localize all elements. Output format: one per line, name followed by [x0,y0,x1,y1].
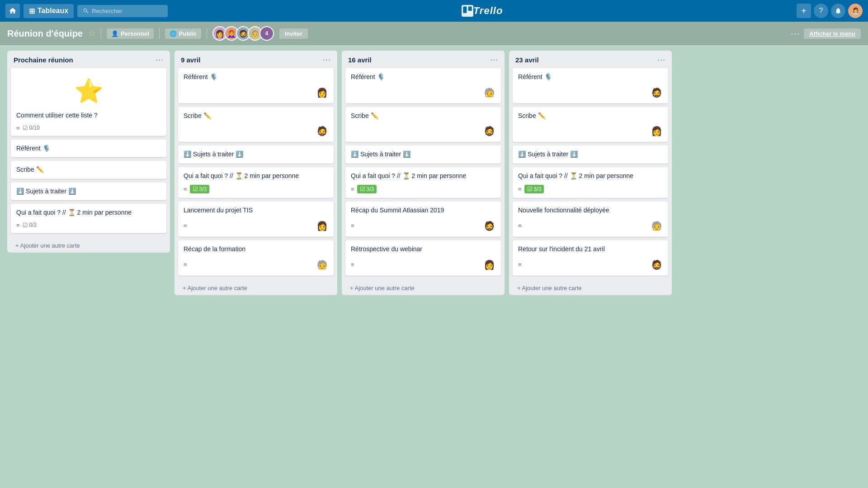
card-text: Scribe ✏️ [16,165,161,174]
help-button[interactable]: ? [814,4,828,18]
card-c14[interactable]: ⬇️ Sujets à traiter ⬇️ [345,145,501,164]
card-text: Qui a fait quoi ? // ⏳ 2 min par personn… [16,208,161,217]
card-text: Retour sur l'incident du 21 avril [518,245,663,254]
card-c21[interactable]: Qui a fait quoi ? // ⏳ 2 min par personn… [513,167,668,198]
column-menu-button-2[interactable]: ··· [323,55,331,65]
search-input[interactable] [92,8,155,14]
more-options-button[interactable]: ··· [791,29,800,38]
card-c8[interactable]: ⬇️ Sujets à traiter ⬇️ [178,145,334,164]
card-c6[interactable]: Référent 🎙️👩 [178,68,334,103]
home-button[interactable] [5,4,20,18]
card-footer: ≡🧓 [184,258,328,271]
invite-button[interactable]: Inviter [279,28,308,39]
card-c15[interactable]: Qui a fait quoi ? // ⏳ 2 min par personn… [345,167,501,198]
user-avatar[interactable]: 👩‍💼 [848,4,863,18]
card-c20[interactable]: ⬇️ Sujets à traiter ⬇️ [513,145,668,164]
search-bar[interactable] [77,5,168,17]
card-c18[interactable]: Référent 🎙️🧔 [513,68,668,103]
card-text: ⬇️ Sujets à traiter ⬇️ [184,150,328,159]
card-text: Scribe ✏️ [351,112,495,121]
card-content: ⭐Comment utiliser cette liste ?≡☑0/10 [16,73,161,131]
lines-icon: ≡ [351,222,354,229]
card-badges: ≡☑3/3 [184,185,209,193]
card-avatar: 🧓 [483,86,495,99]
card-c5[interactable]: Qui a fait quoi ? // ⏳ 2 min par personn… [11,204,166,233]
description-badge: ≡ [518,261,522,268]
board-title: Réunion d'équipe [7,28,83,39]
card-footer: 🧔 [351,125,495,137]
card-badges: ≡☑0/10 [16,125,40,131]
add-button[interactable]: + [797,4,811,18]
add-card-button-2[interactable]: + Ajouter une autre carte [176,281,335,295]
card-footer: ≡👩 [184,220,328,232]
card-text: Référent 🎙️ [351,73,495,82]
check-complete-icon: ☑ [527,186,533,192]
public-button[interactable]: 🌐 Public [165,28,201,39]
column-menu-button-4[interactable]: ··· [657,55,665,65]
card-text: ⬇️ Sujets à traiter ⬇️ [16,187,161,196]
card-c12[interactable]: Référent 🎙️🧓 [345,68,501,103]
card-c23[interactable]: Retour sur l'incident du 21 avril≡🧔 [513,240,668,276]
lines-icon: ≡ [518,261,522,268]
lines-icon: ≡ [184,261,187,268]
card-content: Référent 🎙️🧔 [518,73,663,99]
card-c22[interactable]: Nouvelle fonctionnalité déployée≡🧓 [513,202,668,237]
card-c7[interactable]: Scribe ✏️🧔 [178,107,334,142]
privacy-icon: 👤 [111,30,118,37]
column-menu-button-3[interactable]: ··· [490,55,498,65]
card-badges: ≡ [518,222,522,229]
card-text: Rétrospective du webinar [351,245,495,254]
star-emoji: ⭐ [16,73,161,109]
column-menu-button-1[interactable]: ··· [156,55,164,65]
card-content: ⬇️ Sujets à traiter ⬇️ [518,150,663,159]
check-icon: ☑ [23,222,28,229]
card-c10[interactable]: Lancement du projet TIS≡👩 [178,202,334,237]
check-icon: ☑ [23,125,28,131]
card-footer: 👩 [518,125,663,137]
card-c19[interactable]: Scribe ✏️👩 [513,107,668,142]
show-menu-button[interactable]: Afficher le menu [804,28,861,39]
card-c4[interactable]: ⬇️ Sujets à traiter ⬇️ [11,183,166,201]
card-c1[interactable]: ⭐Comment utiliser cette liste ?≡☑0/10 [11,68,166,136]
card-content: Référent 🎙️👩 [184,73,328,99]
lines-icon: ≡ [16,222,20,229]
checklist-badge: ☑0/3 [23,222,37,229]
card-footer: 🧓 [351,86,495,99]
trello-logo-text: Trello [473,5,503,17]
card-c13[interactable]: Scribe ✏️🧔 [345,107,501,142]
board-members: 👩 👩‍🦰 🧔 🧓 4 [212,26,274,41]
description-badge: ≡ [184,222,187,229]
privacy-button[interactable]: 👤 Personnel [107,28,154,39]
card-c11[interactable]: Récap de la formation≡🧓 [178,240,334,276]
member-count[interactable]: 4 [259,26,274,41]
boards-button[interactable]: ⊞ Tableaux [24,4,74,18]
card-content: ⬇️ Sujets à traiter ⬇️ [184,150,328,159]
svg-rect-2 [468,6,472,11]
add-card-button-3[interactable]: + Ajouter une autre carte [344,281,503,295]
card-c9[interactable]: Qui a fait quoi ? // ⏳ 2 min par personn… [178,167,334,198]
card-content: Qui a fait quoi ? // ⏳ 2 min par personn… [16,208,161,229]
column-title-2: 9 avril [181,56,200,64]
card-content: Rétrospective du webinar≡👩 [351,245,495,271]
svg-rect-1 [463,6,467,13]
card-text: ⬇️ Sujets à traiter ⬇️ [351,150,495,159]
check-count: 0/10 [29,125,40,131]
card-footer: ≡🧓 [518,220,663,232]
notifications-button[interactable] [831,4,845,18]
lines-icon: ≡ [184,222,187,229]
description-badge: ≡ [351,261,354,268]
card-c17[interactable]: Rétrospective du webinar≡👩 [345,240,501,276]
trello-logo: Trello [171,5,793,17]
card-content: ⬇️ Sujets à traiter ⬇️ [351,150,495,159]
card-c3[interactable]: Scribe ✏️ [11,161,166,179]
card-content: Récap de la formation≡🧓 [184,245,328,271]
board-star-button[interactable]: ☆ [88,28,95,38]
card-c2[interactable]: Référent 🎙️ [11,140,166,158]
card-c16[interactable]: Récap du Summit Atlassian 2019≡🧔 [345,202,501,237]
card-content: Référent 🎙️🧓 [351,73,495,99]
description-badge: ≡ [184,261,187,268]
checklist-badge: ☑0/10 [23,125,40,131]
add-card-button-1[interactable]: + Ajouter une autre carte [9,239,168,253]
add-card-button-4[interactable]: + Ajouter une autre carte [511,281,670,295]
check-complete-icon: ☑ [193,186,198,192]
